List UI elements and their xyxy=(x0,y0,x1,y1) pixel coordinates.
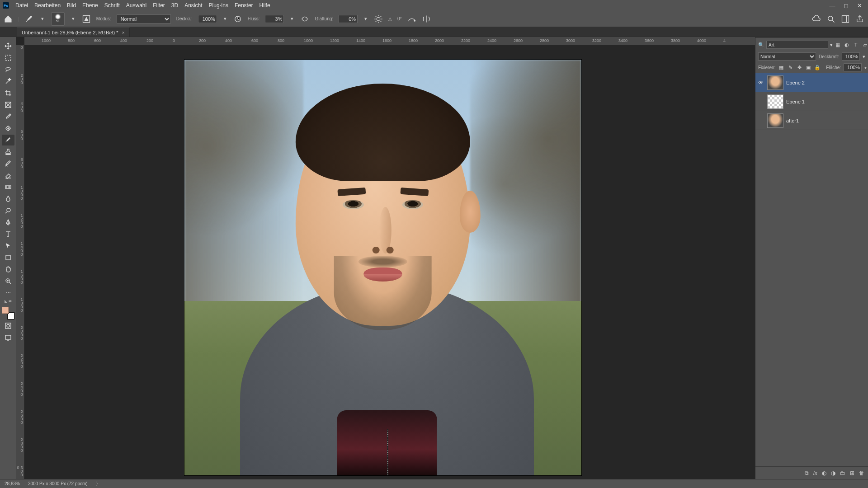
brush-preview[interactable]: 51 xyxy=(51,12,65,26)
tool-preset-dropdown-icon[interactable]: ▾ xyxy=(39,16,46,22)
menu-plugins[interactable]: Plug-ins xyxy=(209,2,228,9)
status-doc-info[interactable]: 3000 Px x 3000 Px (72 ppcm) xyxy=(28,481,88,486)
opacity-dropdown-icon[interactable]: ▾ xyxy=(222,16,228,22)
layer-fill-field[interactable] xyxy=(844,63,862,71)
link-layers-icon[interactable]: ⧉ xyxy=(805,470,809,476)
menu-datei[interactable]: Datei xyxy=(15,2,28,9)
history-brush-tool[interactable] xyxy=(2,158,14,169)
eyedropper-tool[interactable] xyxy=(2,111,14,122)
quickmask-tool[interactable] xyxy=(2,320,14,331)
layer-visibility-eye-icon[interactable]: 👁 xyxy=(757,80,764,86)
status-zoom[interactable]: 28,83% xyxy=(5,481,20,486)
shape-tool[interactable] xyxy=(2,252,14,263)
document-canvas[interactable] xyxy=(184,60,581,475)
crop-tool[interactable] xyxy=(2,88,14,99)
menu-bearbeiten[interactable]: Bearbeiten xyxy=(34,2,61,9)
layer-thumbnail[interactable] xyxy=(767,113,783,128)
layer-filter-input[interactable] xyxy=(766,41,828,49)
opacity-field[interactable] xyxy=(198,15,217,23)
lasso-tool[interactable] xyxy=(2,64,14,75)
layer-fill-dropdown-icon[interactable]: ▾ xyxy=(864,65,867,70)
menu-hilfe[interactable]: Hilfe xyxy=(259,2,270,9)
window-maximize-icon[interactable]: ◻ xyxy=(842,2,850,9)
flow-dropdown-icon[interactable]: ▾ xyxy=(289,16,295,22)
new-layer-icon[interactable]: ⊞ xyxy=(850,470,854,476)
healing-tool[interactable] xyxy=(2,123,14,134)
marquee-tool[interactable] xyxy=(2,52,14,63)
menu-auswahl[interactable]: Auswahl xyxy=(126,2,146,9)
menu-ebene[interactable]: Ebene xyxy=(82,2,98,9)
filter-type-icon[interactable]: T xyxy=(853,42,859,48)
layer-row[interactable]: 👁Ebene 2 xyxy=(755,73,868,92)
smoothing-options-gear-icon[interactable] xyxy=(374,14,383,23)
foreground-color-swatch[interactable] xyxy=(2,307,9,314)
gradient-tool[interactable] xyxy=(2,182,14,192)
smoothing-field[interactable] xyxy=(339,15,358,23)
document-tab-close-icon[interactable]: × xyxy=(122,30,124,35)
lock-artboard-icon[interactable]: ▣ xyxy=(805,64,811,70)
layer-row[interactable]: Ebene 1 xyxy=(755,92,868,111)
pressure-size-icon[interactable] xyxy=(407,14,416,23)
layer-search-icon[interactable]: 🔍 xyxy=(758,42,764,48)
delete-layer-icon[interactable]: 🗑 xyxy=(859,470,864,476)
canvas-area[interactable]: 1200100080060040020002004006008001000120… xyxy=(16,27,755,479)
dodge-tool[interactable] xyxy=(2,205,14,216)
brush-tool[interactable] xyxy=(2,135,14,145)
filter-adjust-icon[interactable]: ◐ xyxy=(844,42,850,48)
brush-picker-dropdown-icon[interactable]: ▾ xyxy=(70,16,76,22)
symmetry-icon[interactable] xyxy=(422,14,431,23)
adjustment-layer-icon[interactable]: ◑ xyxy=(831,470,835,476)
menu-3d[interactable]: 3D xyxy=(171,2,178,9)
airbrush-icon[interactable] xyxy=(300,14,309,23)
zoom-tool[interactable] xyxy=(2,276,14,286)
layer-opacity-field[interactable] xyxy=(842,52,860,61)
workspace-layout-icon[interactable] xyxy=(841,14,850,23)
path-select-tool[interactable] xyxy=(2,240,14,251)
menu-bild[interactable]: Bild xyxy=(67,2,76,9)
eraser-tool[interactable] xyxy=(2,170,14,181)
lock-pixels-icon[interactable]: ✎ xyxy=(787,64,793,70)
menu-filter[interactable]: Filter xyxy=(153,2,165,9)
filter-pixel-icon[interactable]: ▦ xyxy=(835,42,841,48)
angle-value[interactable]: 0° xyxy=(397,16,402,21)
brush-panel-toggle-icon[interactable] xyxy=(82,14,91,23)
layer-mask-icon[interactable]: ◐ xyxy=(822,470,826,476)
swap-default-colors[interactable]: ◣ ⇄ xyxy=(5,299,11,303)
lock-transparency-icon[interactable]: ▦ xyxy=(778,64,784,70)
type-tool[interactable] xyxy=(2,229,14,239)
home-icon[interactable] xyxy=(4,14,13,23)
horizontal-ruler[interactable]: 1200100080060040020002004006008001000120… xyxy=(24,37,755,45)
window-close-icon[interactable]: ✕ xyxy=(855,2,863,9)
vertical-ruler[interactable]: 0200400600800100012001400160018002000220… xyxy=(16,45,24,479)
frame-tool[interactable] xyxy=(2,99,14,110)
color-swatches[interactable] xyxy=(2,307,14,319)
layer-fx-icon[interactable]: fx xyxy=(813,470,817,476)
smoothing-dropdown-icon[interactable]: ▾ xyxy=(363,16,368,22)
pen-tool[interactable] xyxy=(2,217,14,228)
layer-opacity-dropdown-icon[interactable]: ▾ xyxy=(863,54,865,60)
share-icon[interactable] xyxy=(855,14,864,23)
blend-mode-select[interactable]: Normal xyxy=(117,14,171,23)
lock-all-icon[interactable]: 🔒 xyxy=(814,64,821,70)
layer-name[interactable]: Ebene 1 xyxy=(786,99,805,104)
flow-field[interactable] xyxy=(265,15,284,23)
cloud-docs-icon[interactable] xyxy=(812,14,821,23)
lock-position-icon[interactable]: ✥ xyxy=(796,64,802,70)
hand-tool[interactable] xyxy=(2,264,14,275)
layer-blend-mode-select[interactable]: Normal xyxy=(758,52,816,61)
stamp-tool[interactable] xyxy=(2,146,14,157)
search-icon[interactable] xyxy=(826,14,835,23)
menu-ansicht[interactable]: Ansicht xyxy=(184,2,202,9)
current-tool-brush-icon[interactable] xyxy=(25,14,34,23)
menu-fenster[interactable]: Fenster xyxy=(235,2,253,9)
document-tab[interactable]: Unbenannt-1 bei 28,8% (Ebene 2, RGB/8) *… xyxy=(17,28,130,37)
window-minimize-icon[interactable]: — xyxy=(828,2,836,9)
layer-thumbnail[interactable] xyxy=(767,75,783,90)
layer-thumbnail[interactable] xyxy=(767,94,783,109)
layer-name[interactable]: Ebene 2 xyxy=(786,80,805,85)
layer-group-icon[interactable]: 🗀 xyxy=(840,470,845,476)
magic-wand-tool[interactable] xyxy=(2,76,14,87)
layer-filter-dropdown-icon[interactable]: ▾ xyxy=(830,42,833,48)
layer-row[interactable]: after1 xyxy=(755,111,868,130)
blur-tool[interactable] xyxy=(2,193,14,204)
